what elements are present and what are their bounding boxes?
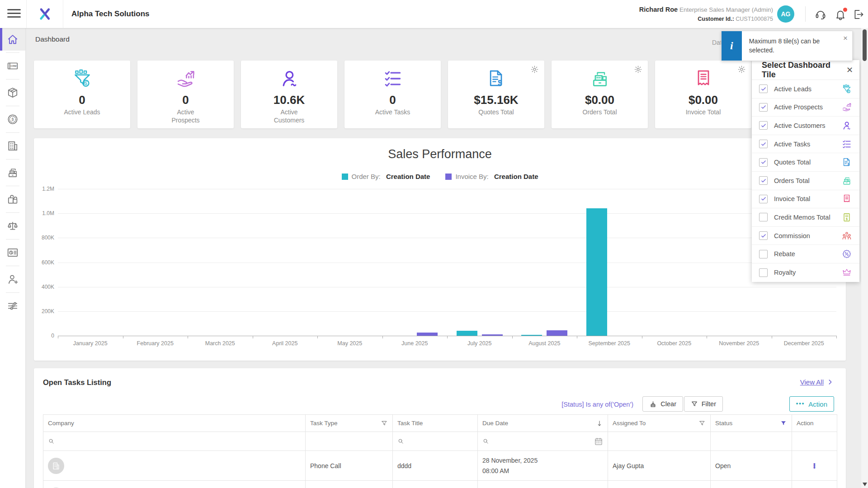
chevron-right-icon xyxy=(827,379,833,385)
invoice-receipt-icon xyxy=(693,69,713,89)
checkbox-checked[interactable] xyxy=(759,176,768,185)
column-header-company[interactable]: Company xyxy=(43,415,306,432)
panel-close-icon[interactable]: ✕ xyxy=(846,65,853,75)
tile-option-label: Active Customers xyxy=(774,122,841,129)
clear-button[interactable]: Clear xyxy=(642,396,683,412)
x-axis-tick xyxy=(317,336,318,338)
bar-order-july-2025[interactable] xyxy=(457,331,477,336)
action-filter-cell xyxy=(792,432,837,451)
kpi-label: Quotes Total xyxy=(448,108,544,117)
check-icon xyxy=(760,104,767,110)
company-search-input[interactable] xyxy=(43,432,306,451)
sidebar-item-home[interactable] xyxy=(0,28,25,51)
page-scrollbar[interactable] xyxy=(861,28,868,488)
column-header-task-title[interactable]: Task Title xyxy=(393,415,478,432)
view-all-link[interactable]: View All xyxy=(800,378,833,386)
bar-order-august-2025[interactable] xyxy=(521,335,542,336)
row-actions-menu-icon[interactable]: ••• xyxy=(797,463,832,469)
y-axis-tick-label: 600K xyxy=(42,259,54,266)
tile-settings-gear-icon[interactable] xyxy=(530,65,539,74)
checkbox-checked[interactable] xyxy=(759,121,768,130)
credit-memo-icon: $ xyxy=(842,212,852,222)
column-header-action[interactable]: Action xyxy=(792,415,837,432)
checkbox-checked[interactable] xyxy=(759,158,768,167)
checkbox-unchecked[interactable] xyxy=(759,250,768,258)
checkbox-unchecked[interactable] xyxy=(759,213,768,221)
legend-value: Creation Date xyxy=(386,173,430,180)
column-label: Status xyxy=(715,420,732,427)
x-axis-tick xyxy=(642,336,642,338)
building-icon xyxy=(7,140,19,152)
checkbox-checked[interactable] xyxy=(759,195,768,203)
column-header-status[interactable]: Status xyxy=(711,415,792,432)
filter-button[interactable]: Filter xyxy=(684,396,723,412)
column-header-assigned-to[interactable]: Assigned To xyxy=(608,415,711,432)
filter-icon[interactable] xyxy=(381,420,388,427)
brand-logo[interactable] xyxy=(26,0,63,28)
sidebar-item-shopping-bags[interactable] xyxy=(0,188,25,211)
scrollbar-down-arrow[interactable] xyxy=(863,483,867,486)
sidebar-item-sliders[interactable] xyxy=(0,295,25,317)
sidebar-separator xyxy=(6,132,19,133)
hamburger-menu-icon[interactable] xyxy=(7,9,21,19)
column-header-task-type[interactable]: Task Type xyxy=(306,415,393,432)
kpi-tile-orders-total: $0.00Orders Total xyxy=(552,61,648,128)
support-headset-icon[interactable] xyxy=(815,9,826,20)
sort-desc-icon[interactable] xyxy=(596,420,603,427)
rebate-percent-icon xyxy=(842,249,852,259)
calendar-icon[interactable] xyxy=(594,437,603,446)
kpi-tile-active-leads: $0Active Leads xyxy=(34,61,130,128)
open-tasks-panel: Open Tasks Listing View All [Status] Is … xyxy=(34,368,846,488)
sidebar-item-building[interactable] xyxy=(0,135,25,157)
filter-icon[interactable] xyxy=(698,420,706,427)
checkbox-checked[interactable] xyxy=(759,103,768,112)
report-icon xyxy=(7,247,19,258)
tile-settings-gear-icon[interactable] xyxy=(737,65,746,74)
task-title-search-input[interactable] xyxy=(393,432,478,451)
y-axis-tick-label: 1.2M xyxy=(42,186,54,192)
tile-option-rebate: Rebate xyxy=(752,245,859,263)
logout-icon[interactable] xyxy=(853,9,864,20)
tile-option-label: Active Leads xyxy=(774,85,841,93)
app-window: Alpha Tech Solutions Richard Roe Enterpr… xyxy=(0,0,868,488)
scrollbar-thumb[interactable] xyxy=(863,29,867,61)
legend-item[interactable]: Order By: Creation Date xyxy=(342,173,430,180)
gridline xyxy=(58,189,836,189)
avatar[interactable]: AG xyxy=(777,5,794,23)
notification-dot xyxy=(843,8,847,12)
toast-close-icon[interactable]: × xyxy=(843,34,848,43)
due-date-cell: 27 November, 2025 xyxy=(478,481,608,488)
bar-invoice-june-2025[interactable] xyxy=(417,333,438,336)
checkbox-checked[interactable] xyxy=(759,231,768,240)
legend-label: Invoice By: xyxy=(455,173,491,180)
sidebar-item-report[interactable] xyxy=(0,241,25,264)
x-axis-tick xyxy=(123,336,123,338)
legend-item[interactable]: Invoice By: Creation Date xyxy=(445,173,538,180)
gridline xyxy=(58,311,836,312)
sidebar-item-add-user[interactable] xyxy=(0,268,25,291)
tile-settings-gear-icon[interactable] xyxy=(634,65,642,74)
due-date-search-input[interactable] xyxy=(478,432,608,451)
notifications-bell-icon[interactable] xyxy=(835,9,846,20)
svg-text:$: $ xyxy=(848,90,849,93)
sidebar-separator xyxy=(6,292,19,293)
sidebar-item-cash-register[interactable] xyxy=(0,161,25,184)
bar-invoice-august-2025[interactable] xyxy=(547,330,567,336)
sidebar-item-crm[interactable]: CRM xyxy=(0,55,25,77)
bar-order-september-2025[interactable] xyxy=(586,208,607,336)
app-title: Alpha Tech Solutions xyxy=(71,0,150,28)
tile-option-active-prospects: Active Prospects xyxy=(752,99,859,117)
filter-active-icon[interactable] xyxy=(780,420,787,427)
sidebar-item-package[interactable] xyxy=(0,81,25,104)
column-label: Action xyxy=(797,420,814,427)
tile-option-active-tasks: Active Tasks xyxy=(752,135,859,154)
sidebar-item-scales[interactable] xyxy=(0,215,25,237)
action-button[interactable]: ••• Action xyxy=(789,396,834,412)
sidebar-item-dollar-coin[interactable]: $ xyxy=(0,108,25,131)
task-title-cell: dddd xyxy=(393,451,478,481)
checkbox-checked[interactable] xyxy=(759,84,768,93)
checkbox-checked[interactable] xyxy=(759,140,768,148)
column-header-due-date[interactable]: Due Date xyxy=(478,415,608,432)
bar-invoice-july-2025[interactable] xyxy=(482,334,503,336)
checkbox-unchecked[interactable] xyxy=(759,268,768,277)
